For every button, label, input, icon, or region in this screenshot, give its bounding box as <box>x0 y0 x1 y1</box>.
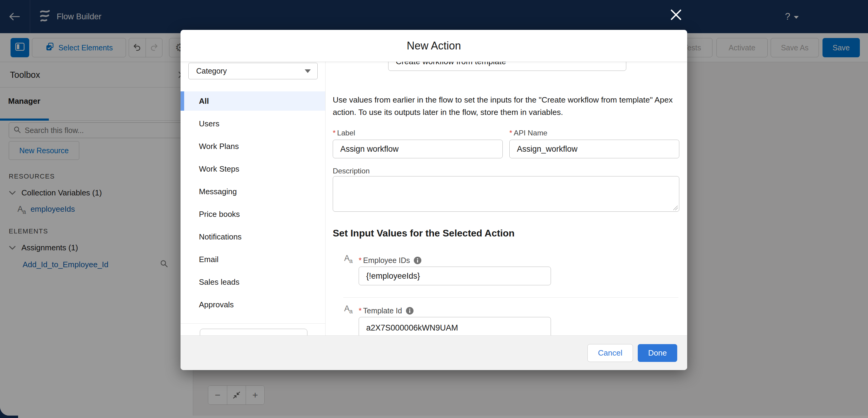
label-field-label: *Label <box>333 129 355 137</box>
description-field-wrap <box>333 176 679 212</box>
input-divider <box>343 297 678 298</box>
description-field-label: Description <box>333 167 370 175</box>
api-name-field-label: *API Name <box>509 129 547 137</box>
category-column-divider <box>181 323 325 324</box>
category-item-sales-leads[interactable]: Sales leads <box>181 272 325 292</box>
required-asterisk: * <box>359 256 362 265</box>
info-icon[interactable] <box>413 256 422 265</box>
close-button[interactable] <box>669 8 683 22</box>
modal-header: New Action <box>181 30 687 62</box>
required-asterisk: * <box>333 129 336 137</box>
category-item-price-books[interactable]: Price books <box>181 205 325 224</box>
employee-ids-label: Employee IDs <box>363 256 410 265</box>
category-column: Category All Users Work Plans Work Steps… <box>181 62 326 335</box>
description-textarea[interactable] <box>333 176 679 212</box>
category-item-approvals[interactable]: Approvals <box>181 295 325 314</box>
category-item-notifications[interactable]: Notifications <box>181 227 325 246</box>
category-item-work-plans[interactable]: Work Plans <box>181 137 325 156</box>
category-item-email[interactable]: Email <box>181 250 325 269</box>
text-type-icon: Aa <box>344 253 353 263</box>
modal-title: New Action <box>181 30 687 62</box>
text-type-icon: Aa <box>344 304 353 314</box>
label-input[interactable] <box>333 140 503 158</box>
flow-builder-screen: Select Elements ⚙ Tests Activate Save As <box>0 0 868 418</box>
employee-ids-input[interactable] <box>359 267 551 285</box>
action-config-panel: Use values from earlier in the flow to s… <box>326 62 687 335</box>
cancel-button[interactable]: Cancel <box>587 344 633 362</box>
template-id-input[interactable] <box>359 317 551 335</box>
action-intro-text: Use values from earlier in the flow to s… <box>333 94 687 119</box>
info-icon[interactable] <box>406 307 414 315</box>
employee-ids-label-row: *Employee IDs <box>359 256 422 265</box>
chevron-down-icon <box>305 69 311 73</box>
category-search-box-clipped[interactable] <box>200 329 307 335</box>
category-dropdown[interactable]: Category <box>188 63 318 79</box>
required-asterisk: * <box>359 306 362 315</box>
close-icon <box>669 8 683 22</box>
api-name-input[interactable] <box>509 140 679 158</box>
category-item-work-steps[interactable]: Work Steps <box>181 159 325 179</box>
done-button[interactable]: Done <box>638 344 677 362</box>
category-item-users[interactable]: Users <box>181 114 325 133</box>
category-dropdown-label: Category <box>196 67 305 76</box>
modal-body: Category All Users Work Plans Work Steps… <box>181 62 687 335</box>
template-id-label: Template Id <box>363 306 402 315</box>
required-asterisk: * <box>509 129 513 137</box>
new-action-modal: New Action Category All Users Work Plans… <box>181 30 687 370</box>
action-name-input[interactable] <box>388 62 626 71</box>
category-item-all[interactable]: All <box>181 91 325 111</box>
template-id-label-row: *Template Id <box>359 306 414 315</box>
modal-footer: Cancel Done <box>181 335 687 370</box>
category-list: All Users Work Plans Work Steps Messagin… <box>181 91 325 318</box>
category-item-messaging[interactable]: Messaging <box>181 182 325 201</box>
set-input-values-heading: Set Input Values for the Selected Action <box>333 228 515 239</box>
